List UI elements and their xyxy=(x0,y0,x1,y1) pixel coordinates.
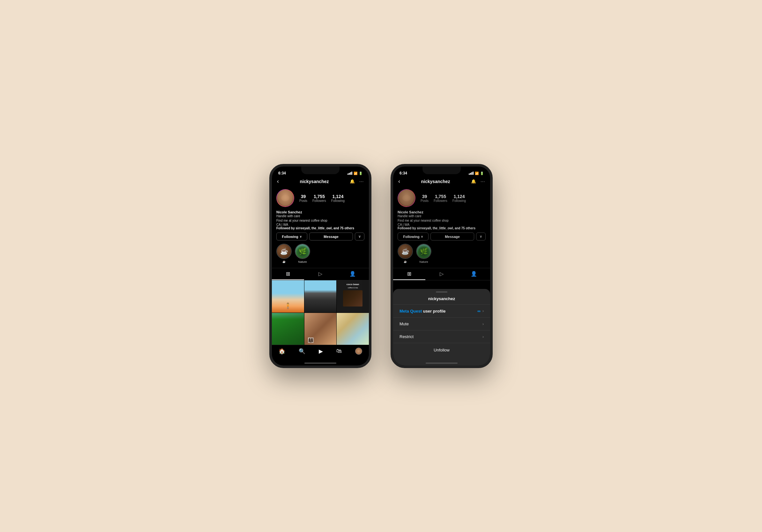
tab-reels-2[interactable]: ▷ xyxy=(425,268,458,280)
more-button-2[interactable]: ∨ xyxy=(476,233,486,240)
following-count-2: 1,124 xyxy=(452,194,466,199)
bio-section-1: Nicole Sanchez Handle with care Find me … xyxy=(276,210,364,230)
restrict-label: Restrict xyxy=(400,334,414,339)
battery-icon: 🔋 xyxy=(359,171,362,175)
home-icon-1[interactable]: 🏠 xyxy=(278,348,285,355)
following-count-1: 1,124 xyxy=(331,194,344,199)
following-button-1[interactable]: Following ∨ xyxy=(276,233,307,240)
stat-followers-2[interactable]: 1,755 Followers xyxy=(434,194,447,203)
nav-bar-2: ‹ nickysanchez 🔔 ··· xyxy=(393,177,490,187)
profile-header-1: 39 Posts 1,755 Followers 1,124 Following xyxy=(276,189,364,207)
bio-line1-2: Handle with care xyxy=(398,214,486,219)
stat-posts-2[interactable]: 39 Posts xyxy=(420,194,428,203)
highlights-2: ☕ ☕ 🌿 Nature xyxy=(398,244,486,263)
tab-tagged-2[interactable]: 👤 xyxy=(458,268,490,280)
following-button-2[interactable]: Following ∨ xyxy=(398,233,428,240)
grid-item-4[interactable] xyxy=(272,313,304,345)
status-bar-1: 6:34 📶 🔋 xyxy=(272,166,369,177)
bell-icon-1[interactable]: 🔔 xyxy=(350,179,355,184)
bio-section-2: Nicole Sanchez Handle with care Find me … xyxy=(398,210,486,230)
shop-icon-1[interactable]: 🛍 xyxy=(336,348,342,354)
battery-icon-2: 🔋 xyxy=(480,171,484,175)
back-button-2[interactable]: ‹ xyxy=(398,178,400,185)
bio-location-1: CA | WA xyxy=(276,223,364,227)
phone-1: 6:34 📶 🔋 ‹ nickysanchez 🔔 xyxy=(269,164,371,368)
grid-item-6[interactable] xyxy=(337,313,369,345)
highlight-nature-2[interactable]: 🌿 Nature xyxy=(416,244,431,263)
following-modal: nickysanchez Meta Quest user profile ∞ ›… xyxy=(393,289,490,366)
modal-item-unfollow[interactable]: Unfollow xyxy=(393,343,490,357)
home-indicator-2 xyxy=(426,363,458,364)
time-2: 6:34 xyxy=(400,171,407,175)
modal-username: nickysanchez xyxy=(393,295,490,304)
photo-grid-1: 🧍 coco beancoffee & tea 👩‍👩‍👧 xyxy=(272,280,369,345)
tabs-1: ⊞ ▷ 👤 xyxy=(272,268,369,280)
followers-label-1: Followers xyxy=(312,199,326,203)
avatar-2[interactable] xyxy=(398,189,416,207)
highlight-circle-coffee-2: ☕ xyxy=(398,244,413,259)
nav-bar-1: ‹ nickysanchez 🔔 ··· xyxy=(272,177,369,187)
stats-2: 39 Posts 1,755 Followers 1,124 Following xyxy=(420,194,486,203)
status-bar-2: 6:34 📶 🔋 xyxy=(393,166,490,177)
highlight-label-nature-2: Nature xyxy=(419,260,428,263)
restrict-chevron-icon: › xyxy=(483,335,484,339)
bell-icon-2[interactable]: 🔔 xyxy=(471,179,476,184)
followers-label-2: Followers xyxy=(434,199,447,203)
more-icon-1[interactable]: ··· xyxy=(359,179,364,184)
username-1: nickysanchez xyxy=(300,179,329,184)
grid-item-5[interactable]: 👩‍👩‍👧 xyxy=(304,313,337,345)
following-label-2: Following xyxy=(452,199,466,203)
search-icon-1[interactable]: 🔍 xyxy=(299,348,305,355)
highlight-circle-coffee: ☕ xyxy=(276,244,292,259)
wifi-icon: 📶 xyxy=(353,171,357,175)
stat-following-2[interactable]: 1,124 Following xyxy=(452,194,466,203)
nav-actions-2: 🔔 ··· xyxy=(471,179,485,184)
more-button-1[interactable]: ∨ xyxy=(355,233,364,240)
phone-2: 6:34 📶 🔋 ‹ nickysanchez 🔔 xyxy=(391,164,493,368)
highlight-nature-1[interactable]: 🌿 Nature xyxy=(295,244,310,263)
modal-item-restrict[interactable]: Restrict › xyxy=(393,330,490,343)
stat-posts-1[interactable]: 39 Posts xyxy=(299,194,307,203)
mute-label: Mute xyxy=(400,321,409,326)
highlight-coffee-1[interactable]: ☕ ☕ xyxy=(276,244,292,263)
avatar-1[interactable] xyxy=(276,189,294,207)
grid-item-3[interactable]: coco beancoffee & tea xyxy=(337,280,369,312)
bio-line2-1: Find me at your nearest coffee shop xyxy=(276,219,364,223)
highlights-1: ☕ ☕ 🌿 Nature xyxy=(276,244,364,263)
back-button-1[interactable]: ‹ xyxy=(277,178,279,185)
bio-name-1: Nicole Sanchez xyxy=(276,210,364,214)
highlight-label-coffee-2: ☕ xyxy=(404,260,407,263)
modal-handle xyxy=(436,292,447,293)
home-indicator-1 xyxy=(304,363,336,364)
posts-label-1: Posts xyxy=(299,199,307,203)
modal-item-meta-quest[interactable]: Meta Quest user profile ∞ › xyxy=(393,304,490,318)
profile-section-2: 39 Posts 1,755 Followers 1,124 Following xyxy=(393,187,490,268)
message-button-2[interactable]: Message xyxy=(430,233,474,240)
tab-grid-1[interactable]: ⊞ xyxy=(272,268,304,280)
message-button-1[interactable]: Message xyxy=(309,233,353,240)
grid-item-2[interactable] xyxy=(304,280,337,312)
followers-count-1: 1,755 xyxy=(312,194,326,199)
modal-item-mute[interactable]: Mute › xyxy=(393,318,490,330)
highlight-circle-nature: 🌿 xyxy=(295,244,310,259)
scene: 6:34 📶 🔋 ‹ nickysanchez 🔔 xyxy=(250,145,512,387)
status-icons-1: 📶 🔋 xyxy=(347,171,362,175)
stat-followers-1[interactable]: 1,755 Followers xyxy=(312,194,326,203)
tab-reels-1[interactable]: ▷ xyxy=(304,268,336,280)
grid-item-1[interactable]: 🧍 xyxy=(272,280,304,312)
time-1: 6:34 xyxy=(278,171,286,175)
stat-following-1[interactable]: 1,124 Following xyxy=(331,194,344,203)
tab-tagged-1[interactable]: 👤 xyxy=(337,268,369,280)
reels-icon-1[interactable]: ▶ xyxy=(319,348,323,355)
more-icon-2[interactable]: ··· xyxy=(481,179,485,184)
bio-followed-1: Followed by sirreeyall, the_little_owl, … xyxy=(276,227,364,230)
profile-nav-avatar-1[interactable] xyxy=(355,348,362,355)
tab-grid-2[interactable]: ⊞ xyxy=(393,268,425,280)
meta-chevron-icon: › xyxy=(483,309,484,313)
signal-icon xyxy=(347,171,352,175)
signal-icon-2 xyxy=(469,171,474,175)
phone-1-screen: 6:34 📶 🔋 ‹ nickysanchez 🔔 xyxy=(272,166,369,366)
bio-name-2: Nicole Sanchez xyxy=(398,210,486,214)
meta-logo-icon: ∞ xyxy=(477,308,481,313)
highlight-coffee-2[interactable]: ☕ ☕ xyxy=(398,244,413,263)
